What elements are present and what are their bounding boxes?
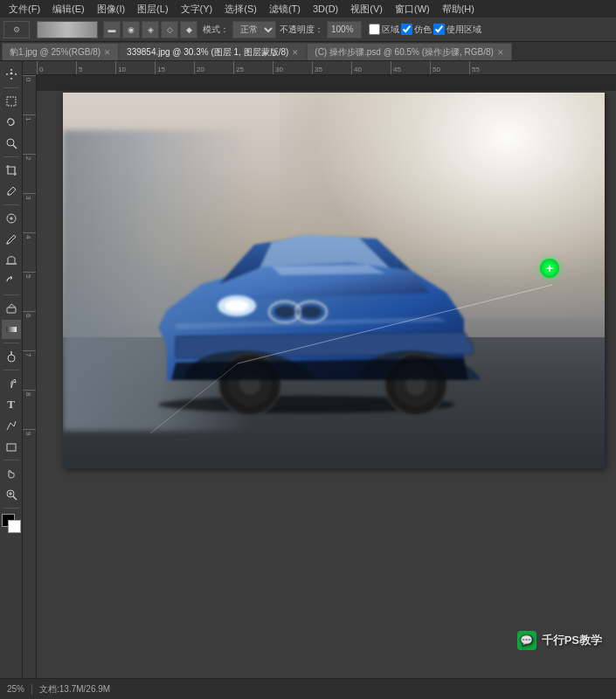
- ruler-tick-v: 1: [23, 114, 36, 154]
- opacity-value[interactable]: 100%: [327, 21, 362, 38]
- menu-view[interactable]: 视图(V): [345, 3, 388, 16]
- svg-rect-6: [7, 308, 16, 313]
- tool-brush[interactable]: [2, 230, 21, 249]
- tab-0-close[interactable]: ✕: [104, 48, 111, 57]
- menu-image[interactable]: 图像(I): [92, 3, 130, 16]
- car-image: +: [63, 93, 605, 468]
- zoom-status[interactable]: 25%: [7, 684, 24, 694]
- options-bar: ⚙ ▬ ◉ ◈ ◇ ◆ 模式： 正常 不透明度： 100% 区域 仿色 使用区域: [0, 17, 616, 42]
- tool-history-brush[interactable]: [2, 272, 21, 291]
- tab-1-close[interactable]: ✕: [292, 48, 299, 57]
- menu-text[interactable]: 文字(Y): [176, 3, 218, 16]
- checkbox-region-label: 区域: [382, 24, 399, 36]
- ruler-tick-v: 6: [23, 311, 36, 350]
- gradient-radial-btn[interactable]: ◉: [122, 21, 140, 38]
- tab-2[interactable]: (C) 操作步骤.psd @ 60.5% (操作步骤, RGB/8) ✕: [307, 43, 512, 60]
- svg-point-8: [8, 355, 15, 362]
- ruler-tick: 55: [469, 61, 509, 74]
- car-svg: [132, 170, 499, 415]
- canvas-viewport[interactable]: + 💬 千行PS教学: [37, 75, 616, 678]
- canvas-document[interactable]: +: [63, 93, 605, 468]
- tab-2-label: (C) 操作步骤.psd @ 60.5% (操作步骤, RGB/8): [315, 46, 494, 59]
- opacity-label: 不透明度：: [280, 24, 323, 36]
- status-bar: 25% 文档:13.7M/26.9M: [0, 678, 616, 699]
- svg-rect-7: [6, 327, 17, 332]
- tool-hand[interactable]: [2, 464, 21, 483]
- ruler-tick: 35: [312, 61, 351, 74]
- menu-edit[interactable]: 编辑(E): [47, 3, 90, 16]
- checkbox-area: 区域 仿色 使用区域: [369, 24, 481, 36]
- svg-point-4: [6, 242, 9, 245]
- file-info-text: 文档:13.7M/26.9M: [39, 683, 110, 696]
- tab-1[interactable]: 339854.jpg @ 30.3% (图层 1, 图层蒙版/8) ✕: [119, 43, 307, 60]
- gradient-angle-btn[interactable]: ◈: [142, 21, 159, 38]
- tool-text[interactable]: T: [2, 395, 21, 414]
- tool-marquee-rect[interactable]: [2, 92, 21, 111]
- svg-rect-0: [7, 97, 16, 106]
- gradient-linear-btn[interactable]: ▬: [103, 21, 121, 38]
- ruler-top: 0 5 10 15 20 25 30 35 40 45 50 55: [23, 61, 616, 75]
- menu-select[interactable]: 选择(S): [219, 3, 262, 16]
- gradient-type-btns: ▬ ◉ ◈ ◇ ◆: [103, 21, 197, 38]
- tool-move[interactable]: [2, 65, 21, 84]
- mode-select[interactable]: 正常: [232, 21, 276, 38]
- menu-help[interactable]: 帮助(H): [437, 3, 480, 16]
- ruler-tick-v: 2: [23, 154, 36, 193]
- tool-eyedropper[interactable]: [2, 182, 21, 201]
- watermark-text: 千行PS教学: [542, 633, 602, 648]
- ruler-tick-v: 3: [23, 193, 36, 232]
- menu-3d[interactable]: 3D(D): [308, 3, 343, 14]
- menu-bar: 文件(F) 编辑(E) 图像(I) 图层(L) 文字(Y) 选择(S) 滤镜(T…: [0, 0, 616, 17]
- tab-bar: 豹1.jpg @ 25%(RGB/8) ✕ 339854.jpg @ 30.3%…: [0, 42, 616, 61]
- tool-lasso[interactable]: [2, 113, 21, 132]
- tool-path-select[interactable]: [2, 416, 21, 435]
- tool-gradient[interactable]: [2, 320, 21, 339]
- tab-0[interactable]: 豹1.jpg @ 25%(RGB/8) ✕: [2, 43, 119, 60]
- tab-2-close[interactable]: ✕: [497, 48, 504, 57]
- checkbox-region[interactable]: [369, 24, 380, 35]
- ruler-tick: 15: [155, 61, 194, 74]
- file-info: 文档:13.7M/26.9M: [39, 683, 110, 696]
- ps-icon-btn[interactable]: ⚙: [3, 21, 30, 38]
- menu-layer[interactable]: 图层(L): [132, 3, 173, 16]
- tool-stamp[interactable]: [2, 251, 21, 270]
- checkbox-dither[interactable]: [401, 24, 412, 35]
- ruler-tick: 5: [76, 61, 115, 74]
- tool-shape[interactable]: [2, 437, 21, 456]
- tool-crop[interactable]: [2, 161, 21, 180]
- ruler-tick-v: 4: [23, 232, 36, 272]
- tab-1-label: 339854.jpg @ 30.3% (图层 1, 图层蒙版/8): [127, 46, 288, 59]
- ruler-tick: 50: [430, 61, 469, 74]
- checkbox-use-region-label: 使用区域: [446, 24, 481, 36]
- gradient-diamond-btn[interactable]: ◆: [180, 21, 197, 38]
- ruler-tick: 20: [194, 61, 233, 74]
- tool-quick-select[interactable]: [2, 134, 21, 153]
- wechat-icon: 💬: [517, 631, 536, 650]
- checkbox-use-region[interactable]: [433, 24, 445, 35]
- background-color[interactable]: [8, 520, 21, 533]
- tool-spot-heal[interactable]: [2, 209, 21, 228]
- gradient-preview[interactable]: [37, 21, 98, 38]
- svg-point-17: [225, 300, 249, 312]
- menu-filter[interactable]: 滤镜(T): [264, 3, 306, 16]
- svg-point-14: [274, 306, 295, 318]
- checkbox-dither-label: 仿色: [414, 24, 432, 36]
- tool-dodge[interactable]: [2, 347, 21, 366]
- ruler-tick-v: 7: [23, 350, 36, 390]
- menu-window[interactable]: 窗口(W): [390, 3, 435, 16]
- color-swatches[interactable]: [2, 514, 21, 533]
- zoom-value: 25%: [7, 684, 24, 694]
- ruler-tick-v: 9: [23, 429, 36, 468]
- ruler-tick: 30: [273, 61, 312, 74]
- svg-rect-9: [7, 444, 16, 451]
- green-cursor-dot: +: [540, 259, 559, 278]
- workspace: T 0 5 10 15 20: [0, 61, 616, 678]
- watermark: 💬 千行PS教学: [517, 631, 602, 650]
- canvas-area: 0 5 10 15 20 25 30 35 40 45 50 55 0 1 2: [23, 61, 616, 678]
- gradient-reflected-btn[interactable]: ◇: [161, 21, 178, 38]
- tool-zoom[interactable]: [2, 485, 21, 504]
- ruler-left-container: 0 1 2 3 4 5 6 7 8 9: [23, 75, 616, 678]
- tool-pen[interactable]: [2, 374, 21, 393]
- tool-eraser[interactable]: [2, 299, 21, 318]
- menu-file[interactable]: 文件(F): [3, 3, 45, 16]
